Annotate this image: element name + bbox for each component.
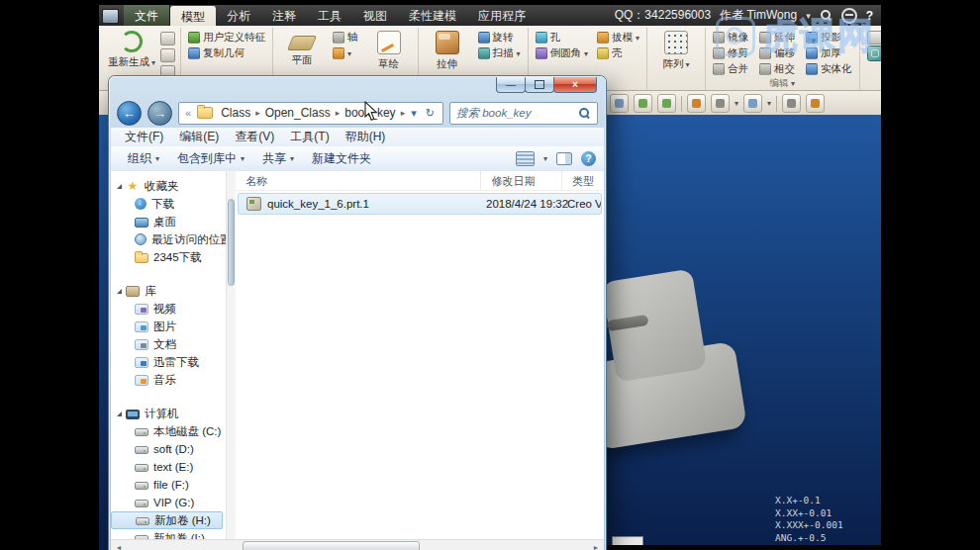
sidebar-libraries[interactable]: 库 (111, 282, 226, 300)
window-close-button[interactable]: × (553, 77, 597, 93)
project-button[interactable]: 投影 (804, 31, 854, 45)
breadcrumb-open-class[interactable]: Open_Class (261, 106, 335, 120)
mirror-button[interactable]: 镜像 (711, 31, 750, 45)
share-button[interactable]: 共享▾ (253, 150, 303, 167)
zoom-in-icon[interactable] (634, 94, 652, 113)
axis-button[interactable]: 轴 (331, 31, 360, 45)
expanded-triangle-icon[interactable] (117, 289, 122, 294)
sidebar-favorites[interactable]: ★收藏夹 (111, 177, 226, 195)
menu-edit[interactable]: 编辑(E) (171, 129, 227, 145)
minimize-ribbon-icon[interactable] (841, 8, 857, 24)
tab-annotate[interactable]: 注释 (261, 5, 307, 26)
intersect-button[interactable]: 相交 (757, 62, 797, 76)
breadcrumb-class[interactable]: Class (217, 106, 254, 120)
thicken-button[interactable]: 加厚 (804, 46, 854, 60)
address-bar[interactable]: « Class ▸ Open_Class ▸ book_key ▸ ▾ ↻ (178, 102, 443, 125)
tab-model[interactable]: 模型 (170, 6, 216, 26)
sweep-button[interactable]: 扫描▾ (476, 46, 523, 60)
scrollbar-thumb[interactable] (228, 199, 235, 286)
sidebar-item-thunder-downloads[interactable]: 迅雷下载 (111, 353, 226, 371)
solidify-button[interactable]: 实体化 (804, 62, 854, 76)
sidebar-item-drive-h[interactable]: 新加卷 (H:) (111, 511, 223, 529)
plane-button[interactable]: 平面 (278, 28, 326, 67)
group-label-editing[interactable]: 编辑 ▾ (711, 77, 854, 90)
sidebar-item-drive-c[interactable]: 本地磁盘 (C:) (111, 422, 226, 440)
new-folder-button[interactable]: 新建文件夹 (303, 150, 380, 167)
sidebar-item-drive-f[interactable]: file (F:) (111, 476, 226, 494)
search-icon[interactable] (820, 9, 833, 22)
sidebar-item-2345-downloads[interactable]: 2345下载 (111, 248, 226, 266)
expanded-triangle-icon[interactable] (117, 184, 122, 189)
address-dropdown-icon[interactable]: ▾ (407, 107, 421, 120)
scrollbar-track[interactable] (127, 540, 588, 550)
help-icon[interactable]: ? (866, 9, 873, 23)
sidebar-item-documents[interactable]: 文档 (111, 335, 226, 353)
column-type[interactable]: 类型 (562, 171, 604, 190)
tab-tools[interactable]: 工具 (307, 5, 352, 26)
column-date-modified[interactable]: 修改日期 (481, 171, 562, 190)
column-name[interactable]: 名称 (236, 171, 481, 190)
sidebar-item-drive-e[interactable]: text (E:) (111, 458, 226, 476)
copy-geometry-button[interactable]: 复制几何 (186, 46, 267, 60)
include-in-library-button[interactable]: 包含到库中▾ (168, 150, 253, 167)
sidebar-item-music[interactable]: 音乐 (111, 371, 226, 389)
window-minimize-button[interactable]: — (496, 77, 526, 93)
chevron-down-icon[interactable]: ▾ (543, 154, 547, 163)
point-button[interactable]: ▾ (331, 46, 360, 60)
shell-button[interactable]: 壳 (595, 46, 641, 60)
refit-icon[interactable] (610, 94, 629, 113)
fill-icon[interactable] (867, 31, 881, 45)
chevron-down-icon[interactable]: ▾ (806, 11, 811, 21)
menu-view[interactable]: 查看(V) (227, 129, 282, 145)
breadcrumb-arrow-icon[interactable]: ▸ (336, 108, 341, 118)
menu-file[interactable]: 文件(F) (117, 129, 171, 145)
forward-button[interactable]: → (147, 101, 172, 126)
scrollbar-thumb[interactable] (243, 541, 420, 550)
round-button[interactable]: 倒圆角▾ (534, 46, 591, 60)
tab-flexible-modeling[interactable]: 柔性建模 (398, 5, 467, 26)
preview-pane-icon[interactable] (556, 152, 572, 165)
sidebar-item-recent-places[interactable]: 最近访问的位置 (111, 230, 226, 248)
sidebar-item-desktop[interactable]: 桌面 (111, 213, 226, 230)
merge-button[interactable]: 合并 (711, 62, 750, 76)
zoom-out-icon[interactable] (657, 94, 676, 113)
trim-button[interactable]: 修剪 (711, 46, 750, 60)
chevrons-left-icon[interactable]: « (183, 107, 193, 119)
horizontal-scrollbar[interactable]: ◄ ► (111, 539, 604, 550)
scroll-right-icon[interactable]: ► (588, 540, 604, 550)
revolve-button[interactable]: 旋转 (476, 31, 523, 45)
paste-icon[interactable] (160, 48, 175, 62)
expanded-triangle-icon[interactable] (117, 412, 122, 416)
menu-tools[interactable]: 工具(T) (282, 129, 337, 145)
display-style-icon[interactable] (711, 94, 730, 113)
change-view-icon[interactable] (516, 151, 535, 166)
search-box[interactable]: 搜索 book_key (449, 102, 598, 125)
file-row[interactable]: quick_key_1_6.prt.1 2018/4/24 19:32 Creo… (238, 193, 602, 215)
udf-button[interactable]: 用户定义特征 (186, 31, 267, 45)
draft-button[interactable]: 拔模▾ (595, 31, 641, 45)
datum-display-icon[interactable] (743, 94, 762, 113)
scroll-left-icon[interactable]: ◄ (111, 540, 127, 550)
help-icon[interactable]: ? (581, 151, 596, 166)
explorer-titlebar[interactable]: — × (109, 76, 606, 98)
tab-analysis[interactable]: 分析 (216, 5, 261, 26)
sidebar-item-downloads[interactable]: 下载 (111, 195, 226, 213)
boundary-blend-button[interactable]: 边界混合 (865, 46, 881, 60)
breadcrumb-arrow-icon[interactable]: ▸ (255, 108, 260, 118)
tab-applications[interactable]: 应用程序 (467, 5, 537, 26)
sidebar-item-pictures[interactable]: 图片 (111, 318, 226, 335)
extend-button[interactable]: 延伸 (757, 31, 797, 45)
copy-icon[interactable] (160, 32, 175, 46)
menu-help[interactable]: 帮助(H) (338, 129, 394, 145)
spin-center-icon[interactable] (782, 94, 801, 113)
back-button[interactable]: ← (117, 101, 142, 126)
sidebar-computer[interactable]: 计算机 (111, 405, 226, 422)
group-label-surfaces[interactable]: 曲面 ▾ (865, 77, 881, 90)
view-manager-icon[interactable] (806, 94, 825, 113)
repaint-icon[interactable] (687, 94, 706, 113)
refresh-icon[interactable]: ↻ (422, 107, 439, 120)
extrude-button[interactable]: 拉伸 (424, 28, 471, 71)
sketch-button[interactable]: 草绘 (365, 28, 413, 71)
sidebar-item-videos[interactable]: 视频 (111, 300, 226, 318)
pattern-button[interactable]: 阵列▾ (652, 28, 700, 71)
